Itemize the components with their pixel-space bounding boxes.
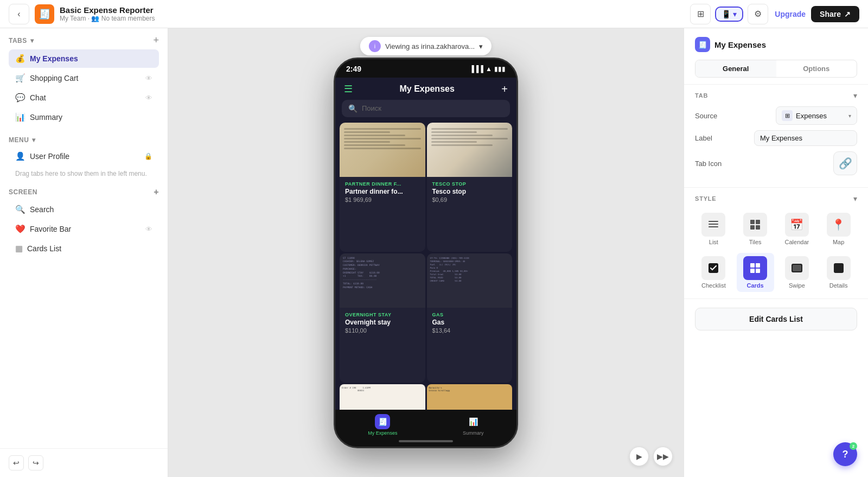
next-button[interactable]: ▶▶ [653,447,673,466]
add-tab-icon[interactable]: + [153,35,159,46]
cards-style-label: Cards [747,282,764,289]
tab-icon-label: Tab Icon [695,160,722,168]
card-category-4: GAS [432,312,507,317]
tab-general[interactable]: General [695,60,776,77]
style-option-calendar[interactable]: 📅 Calendar [778,209,816,249]
phone-search-bar[interactable]: 🔍 Поиск [342,100,510,117]
shopping-cart-eye-icon[interactable]: 👁 [145,74,152,82]
shopping-cart-label: Shopping Cart [30,74,141,82]
screen-label: SCREEN [9,188,37,196]
sidebar-item-shopping-cart[interactable]: 🛒 Shopping Cart 👁 [9,69,159,87]
bottom-nav-summary[interactable]: 📊 Summary [463,414,484,436]
edit-cards-button[interactable]: Edit Cards List [695,308,857,330]
tiles-style-icon [743,213,767,237]
style-option-details[interactable]: Details [820,253,857,292]
sidebar-item-user-profile[interactable]: 👤 User Profile 🔒 [9,147,159,166]
app-info: Basic Expense Reporter My Team · 👥 No te… [60,5,155,22]
sidebar-item-favorite-bar[interactable]: ❤️ Favorite Bar 👁 [9,220,159,238]
tab-icon-button[interactable]: 🔗 [833,151,857,175]
map-style-icon: 📍 [827,213,851,237]
chat-icon: 💬 [15,93,25,103]
card-category-2: TESCO STOP [432,181,507,187]
upgrade-button[interactable]: Upgrade [775,10,806,18]
style-option-checklist[interactable]: Checklist [695,253,732,292]
card-name-1: Partner dinner fo... [345,188,420,195]
chat-eye-icon[interactable]: 👁 [145,94,152,102]
menu-label: MENU [9,136,29,144]
phone-frame: 2:49 ▐▐▐ ▲ ▮▮▮ ☰ My Expenses + 🔍 Поиск [334,58,518,448]
expense-card[interactable]: ST 11890 CASHIER: SELENA GOMEZ CUSTOMER:… [340,253,425,383]
undo-button[interactable]: ↩ [9,455,24,470]
hamburger-icon[interactable]: ☰ [344,83,353,95]
play-button[interactable]: ▶ [629,447,649,466]
card-image-2 [427,123,513,177]
card-name-4: Gas [432,319,507,326]
style-option-swipe[interactable]: Swipe [778,253,816,292]
card-name-2: Tesco stop [432,188,507,195]
phone-add-button[interactable]: + [501,83,508,96]
list-style-label: List [709,239,718,245]
sidebar-item-search[interactable]: 🔍 Search [9,200,159,219]
card-image-4: ST-TX: 1198BANK (555) 709-2228 TERMINAL:… [427,253,513,308]
mobile-view-button[interactable]: 📱 ▾ [715,7,743,22]
bottom-nav-summary-label: Summary [463,430,484,436]
source-value-text: ⊞ Expenses [782,110,827,121]
tiles-style-label: Tiles [749,239,762,245]
favorite-bar-eye-icon[interactable]: 👁 [145,225,152,233]
bottom-nav-my-expenses[interactable]: 🧾 My Expenses [368,414,397,436]
bottom-cards-preview: Order # 190 1:43PM 00834 Boracito's Gros… [335,383,516,410]
wifi-icon: ▲ [486,65,492,73]
tab-options[interactable]: Options [776,60,857,77]
svg-rect-1 [709,224,718,225]
tabs-section: TABS ▾ + 💰 My Expenses 🛒 Shopping Cart 👁… [0,28,168,130]
settings-button[interactable]: ⚙ [748,4,768,24]
redo-button[interactable]: ↪ [28,455,43,470]
help-button[interactable]: ? 2 [833,442,857,466]
favorite-bar-icon: ❤️ [15,224,25,234]
tab-collapse-button[interactable]: ▾ [853,91,857,100]
phone-status-icons: ▐▐▐ ▲ ▮▮▮ [470,65,506,73]
card-amount-1: $1 969,69 [345,196,420,203]
app-title: Basic Expense Reporter [60,5,155,15]
phone-search-icon: 🔍 [348,104,358,113]
style-option-list[interactable]: List [695,209,732,249]
sidebar-item-cards-list[interactable]: ▦ Cards List [9,239,159,258]
menu-chevron-icon: ▾ [32,136,36,144]
swipe-style-icon [785,256,809,280]
menu-title[interactable]: MENU ▾ [9,136,36,144]
phone-time: 2:49 [346,65,361,73]
viewer-label: Viewing as irina.zakharova... [385,42,475,50]
share-button[interactable]: Share ↗ [811,6,859,22]
expense-card[interactable]: PARTNER DINNER F... Partner dinner fo...… [340,123,425,252]
search-label: Search [30,205,152,214]
style-section-header: STYLE ▾ [695,194,857,203]
add-screen-icon[interactable]: + [154,187,159,197]
expense-card[interactable]: TESCO STOP Tesco stop $0,69 [427,123,513,252]
source-dropdown[interactable]: ⊞ Expenses ▾ [776,106,857,125]
back-button[interactable]: ‹ [9,4,29,24]
label-input[interactable] [754,130,857,146]
expense-cards-grid: PARTNER DINNER F... Partner dinner fo...… [335,123,516,383]
expense-card[interactable]: ST-TX: 1198BANK (555) 709-2228 TERMINAL:… [427,253,513,383]
style-option-tiles[interactable]: Tiles [737,209,774,249]
style-collapse-button[interactable]: ▾ [853,194,857,203]
card-info-4: GAS Gas $13,64 [427,308,513,338]
style-option-cards[interactable]: Cards [737,253,774,292]
phone-screen: ☰ My Expenses + 🔍 Поиск [335,78,516,410]
svg-rect-6 [756,225,760,230]
list-style-icon [701,213,725,237]
sidebar-item-chat[interactable]: 💬 Chat 👁 [9,88,159,107]
card-image-3: ST 11890 CASHIER: SELENA GOMEZ CUSTOMER:… [340,253,425,308]
style-options-grid: List Tiles 📅 Calendar 📍 Map [695,209,857,292]
svg-rect-2 [709,226,718,227]
user-profile-icon: 👤 [15,151,25,161]
table-view-button[interactable]: ⊞ [690,4,711,24]
help-icon: ? [843,449,848,460]
phone-app-header: ☰ My Expenses + [335,78,516,100]
tabs-title[interactable]: TABS ▾ [9,37,34,44]
search-sidebar-icon: 🔍 [15,205,25,214]
sidebar-item-my-expenses[interactable]: 💰 My Expenses [9,49,159,68]
viewer-bar[interactable]: i Viewing as irina.zakharova... ▾ [360,37,492,55]
sidebar-item-summary[interactable]: 📊 Summary [9,108,159,126]
style-option-map[interactable]: 📍 Map [820,209,857,249]
